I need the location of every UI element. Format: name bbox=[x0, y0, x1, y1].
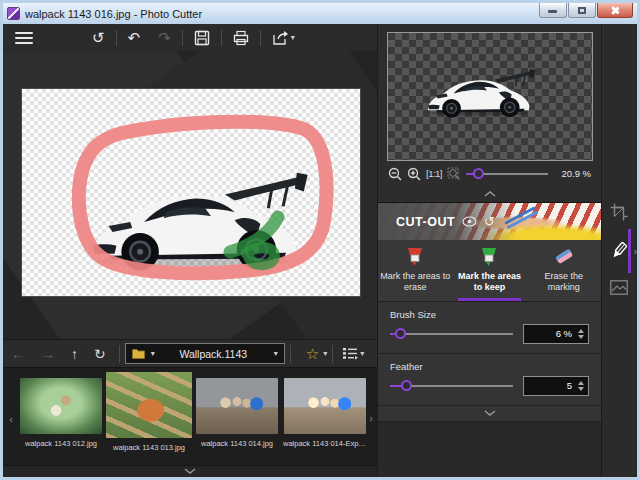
thumbnail-photo[interactable] bbox=[20, 378, 102, 434]
brush-size-value: 6 % bbox=[524, 328, 576, 339]
thumbnail-photo[interactable] bbox=[196, 378, 278, 434]
toolbar-divider bbox=[260, 30, 261, 46]
spin-down-icon[interactable] bbox=[578, 335, 584, 339]
strip-collapse-button[interactable] bbox=[3, 465, 377, 476]
spin-up-icon[interactable] bbox=[578, 329, 584, 333]
thumbnail-filename: walpack 1143 013.jpg bbox=[113, 443, 185, 452]
menu-icon[interactable] bbox=[9, 28, 39, 48]
thumbnail-filename: walpack 1143 014.jpg bbox=[201, 439, 273, 448]
app-window: walpack 1143 016.jpg - Photo Cutter ↺ ↶ … bbox=[0, 0, 640, 480]
forward-button[interactable]: → bbox=[33, 345, 63, 363]
crop-tool-button[interactable] bbox=[610, 203, 628, 225]
favorite-button[interactable]: ☆ bbox=[296, 345, 321, 363]
banner-title: CUT-OUT bbox=[396, 215, 455, 229]
strip-scroll-right[interactable]: › bbox=[365, 412, 377, 424]
mark-erase-button[interactable]: Mark the areas to erase bbox=[378, 240, 452, 301]
thumbnail-item[interactable]: walpack 1143 013.jpg bbox=[106, 372, 192, 452]
zoom-controls: [1:1] 20.9 % bbox=[378, 160, 601, 187]
slider-handle[interactable] bbox=[395, 328, 406, 339]
thumbnail-photo[interactable] bbox=[284, 378, 366, 434]
share-button[interactable]: ▾ bbox=[263, 28, 304, 48]
cutout-preview bbox=[388, 33, 592, 160]
zoom-percentage: 20.9 % bbox=[553, 168, 591, 179]
share-icon bbox=[272, 30, 289, 46]
feather-slider[interactable] bbox=[390, 380, 513, 392]
slider-handle[interactable] bbox=[473, 168, 484, 179]
nav-divider bbox=[290, 345, 291, 363]
favorite-caret-icon: ▾ bbox=[323, 349, 327, 358]
toolbar-divider bbox=[182, 30, 183, 46]
thumbnail-item[interactable]: walpack 1143 014.jpg bbox=[194, 372, 280, 448]
panel-empty-area bbox=[378, 422, 601, 478]
folder-name: Wallpack.1143 bbox=[159, 348, 268, 360]
marking-tools: Mark the areas to erase Mark the areas t… bbox=[378, 240, 601, 302]
file-nav-bar: ← → ↑ ↻ ▾ Wallpack.1143 ▾ ☆ ▾ bbox=[3, 339, 377, 368]
folder-caret-icon: ▾ bbox=[274, 349, 278, 358]
zoom-out-icon bbox=[388, 167, 402, 181]
nav-divider bbox=[332, 345, 333, 363]
mode-sidebar: › bbox=[602, 24, 636, 477]
slider-handle[interactable] bbox=[401, 380, 412, 391]
zoom-in-button[interactable] bbox=[407, 167, 421, 181]
undo-all-button[interactable]: ↺ bbox=[83, 28, 114, 47]
folder-select[interactable]: ▾ Wallpack.1143 ▾ bbox=[125, 343, 285, 364]
toolbar-divider bbox=[221, 30, 222, 46]
cutout-tool-button[interactable] bbox=[610, 241, 629, 264]
preview-collapse-button[interactable] bbox=[378, 187, 601, 200]
save-button[interactable] bbox=[185, 28, 219, 48]
erase-marking-button[interactable]: Erase the marking bbox=[527, 240, 601, 301]
thumbnail-filename: walpack 1143 012.jpg bbox=[25, 439, 97, 448]
folder-caret-icon: ▾ bbox=[151, 349, 155, 358]
tool-label: Erase the marking bbox=[529, 271, 599, 294]
marker-strokes bbox=[22, 89, 360, 296]
chevron-down-icon bbox=[484, 410, 496, 416]
zoom-fit-button[interactable] bbox=[447, 167, 461, 181]
close-button[interactable] bbox=[597, 3, 633, 18]
photos-browser-button[interactable] bbox=[610, 280, 628, 299]
panel-expander-button[interactable]: › bbox=[634, 245, 637, 256]
undo-button[interactable]: ↶ bbox=[119, 28, 150, 47]
zoom-out-button[interactable] bbox=[388, 167, 402, 181]
maximize-button[interactable] bbox=[568, 3, 596, 18]
print-button[interactable] bbox=[224, 28, 258, 48]
strip-scroll-left[interactable]: ‹ bbox=[5, 413, 17, 425]
brush-size-slider[interactable] bbox=[390, 328, 513, 340]
back-button[interactable]: ← bbox=[3, 345, 33, 363]
zoom-slider[interactable] bbox=[466, 168, 548, 180]
editor-canvas[interactable] bbox=[3, 51, 377, 339]
editing-image[interactable] bbox=[22, 89, 360, 296]
redo-button[interactable]: ↷ bbox=[149, 28, 180, 47]
view-mode-button[interactable]: ▾ bbox=[338, 347, 364, 360]
banner-undo-button[interactable]: ↺ bbox=[484, 214, 495, 229]
slider-track[interactable] bbox=[390, 333, 513, 335]
refresh-button[interactable]: ↻ bbox=[86, 345, 114, 363]
zoom-fit-icon bbox=[447, 167, 461, 181]
red-marker-icon bbox=[404, 245, 426, 267]
tool-label: Mark the areas to keep bbox=[454, 271, 524, 294]
folder-icon bbox=[132, 348, 145, 359]
feather-label: Feather bbox=[390, 361, 589, 372]
car-preview-photo bbox=[421, 63, 539, 122]
thumbnail-photo[interactable] bbox=[106, 372, 192, 438]
thumbnail-filename: walpack 1143 014-Exposure... bbox=[283, 439, 367, 448]
feather-spinbox[interactable]: 5 bbox=[523, 376, 589, 396]
chevron-down-icon bbox=[184, 468, 196, 474]
up-button[interactable]: ↑ bbox=[63, 345, 86, 363]
title-bar: walpack 1143 016.jpg - Photo Cutter bbox=[3, 3, 637, 24]
spin-down-icon[interactable] bbox=[578, 387, 584, 391]
save-icon bbox=[194, 30, 210, 46]
minimize-button[interactable] bbox=[539, 3, 567, 18]
image-icon bbox=[610, 280, 628, 295]
thumbnail-item[interactable]: walpack 1143 014-Exposure... bbox=[282, 372, 368, 448]
list-view-icon bbox=[342, 347, 358, 360]
panel-collapse-button[interactable] bbox=[378, 406, 601, 422]
brush-size-spinbox[interactable]: 6 % bbox=[523, 324, 589, 344]
zoom-actual-size-button[interactable]: [1:1] bbox=[426, 168, 442, 179]
mark-keep-button[interactable]: Mark the areas to keep bbox=[452, 240, 526, 301]
print-icon bbox=[233, 30, 249, 46]
toolbar-divider bbox=[116, 30, 117, 46]
spin-up-icon[interactable] bbox=[578, 381, 584, 385]
cutout-banner: CUT-OUT ↺ bbox=[378, 202, 601, 240]
preview-eye-icon[interactable] bbox=[462, 216, 477, 227]
thumbnail-item[interactable]: walpack 1143 012.jpg bbox=[18, 372, 104, 448]
